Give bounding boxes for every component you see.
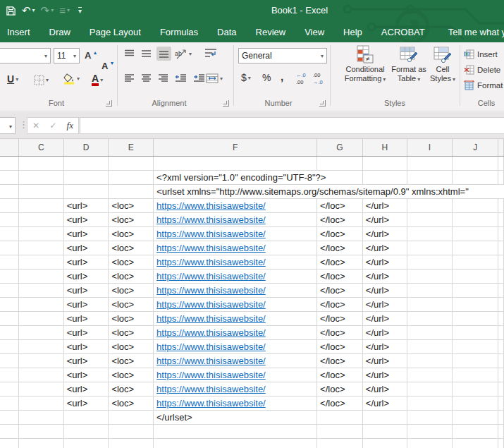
cell-C[interactable] bbox=[19, 255, 64, 270]
column-header-G[interactable]: G bbox=[317, 139, 363, 156]
cell-E[interactable]: <loc> bbox=[109, 270, 154, 284]
cell-E[interactable]: <loc> bbox=[109, 199, 154, 213]
url-hyperlink[interactable]: https://www.thisisawebsite/ bbox=[156, 200, 266, 211]
column-header-J[interactable]: J bbox=[453, 139, 498, 156]
customize-qat-icon[interactable]: ▾ bbox=[78, 7, 82, 14]
align-center-button[interactable] bbox=[141, 73, 152, 82]
cell-I[interactable] bbox=[407, 439, 453, 448]
cell-C[interactable] bbox=[19, 312, 64, 326]
redo-dropdown-icon[interactable]: ▾ bbox=[51, 3, 54, 18]
cell-J[interactable] bbox=[453, 382, 498, 396]
cell-E[interactable]: <loc> bbox=[109, 241, 154, 255]
cell-B[interactable] bbox=[0, 284, 19, 298]
cell-J[interactable] bbox=[453, 241, 498, 255]
cell-K[interactable] bbox=[498, 270, 504, 284]
cell-H[interactable]: </url> bbox=[363, 213, 407, 227]
cell-I[interactable] bbox=[407, 298, 453, 312]
alignment-dialog-launcher[interactable] bbox=[223, 100, 229, 107]
name-box-dropdown-icon[interactable]: ▾ bbox=[9, 123, 12, 130]
column-header-F[interactable]: F bbox=[154, 139, 317, 156]
cell-H[interactable] bbox=[363, 439, 407, 448]
cell-I[interactable] bbox=[407, 396, 453, 411]
cell-F-link[interactable]: https://www.thisisawebsite/ bbox=[154, 312, 317, 326]
cell-F[interactable] bbox=[154, 439, 317, 448]
undo-dropdown-icon[interactable]: ▾ bbox=[32, 3, 35, 18]
cell-H[interactable]: </url> bbox=[363, 382, 407, 396]
cell-F[interactable]: </urlset> bbox=[154, 411, 317, 425]
cell-F-link[interactable]: https://www.thisisawebsite/ bbox=[154, 227, 317, 241]
cell-styles-button[interactable]: Cell Styles▾ bbox=[426, 45, 460, 84]
column-header-C[interactable]: C bbox=[19, 139, 64, 156]
cell-D[interactable]: <url> bbox=[64, 284, 109, 298]
cell-J[interactable] bbox=[453, 340, 498, 354]
cell-F-link[interactable]: https://www.thisisawebsite/ bbox=[154, 382, 317, 396]
cell-C[interactable] bbox=[19, 199, 64, 213]
insert-cells-button[interactable]: Insert bbox=[464, 49, 498, 59]
decrease-indent-button[interactable] bbox=[175, 73, 187, 83]
cell-E[interactable]: <loc> bbox=[109, 368, 154, 382]
cancel-icon[interactable]: ✕ bbox=[32, 121, 39, 131]
cell-E[interactable]: <loc> bbox=[109, 284, 154, 298]
cell-E[interactable] bbox=[109, 157, 154, 171]
cell-D[interactable]: <url> bbox=[64, 368, 109, 382]
cell-C[interactable] bbox=[19, 213, 64, 227]
cell-D[interactable] bbox=[64, 439, 109, 448]
cell-J[interactable] bbox=[453, 298, 498, 312]
column-header-E[interactable]: E bbox=[109, 139, 154, 156]
cell-J[interactable] bbox=[453, 368, 498, 382]
cell-J[interactable] bbox=[453, 157, 498, 171]
cell-H[interactable]: </url> bbox=[363, 340, 407, 354]
cell-G[interactable]: </loc> bbox=[317, 213, 363, 227]
column-header-B[interactable] bbox=[0, 139, 19, 156]
cell-G[interactable] bbox=[317, 439, 363, 448]
cell-C[interactable] bbox=[19, 368, 64, 382]
url-hyperlink[interactable]: https://www.thisisawebsite/ bbox=[156, 341, 266, 352]
orientation-dropdown-icon[interactable]: ▾ bbox=[189, 51, 192, 57]
cell-G[interactable]: </loc> bbox=[317, 284, 363, 298]
cell-K[interactable] bbox=[498, 171, 504, 185]
cell-I[interactable] bbox=[407, 354, 453, 368]
url-hyperlink[interactable]: https://www.thisisawebsite/ bbox=[156, 285, 266, 296]
cell-E[interactable] bbox=[109, 411, 154, 425]
cell-F-link[interactable]: https://www.thisisawebsite/ bbox=[154, 199, 317, 213]
increase-indent-button[interactable] bbox=[193, 73, 205, 83]
cell-C[interactable] bbox=[19, 157, 64, 171]
cell-G[interactable]: </loc> bbox=[317, 368, 363, 382]
tab-acrobat[interactable]: ACROBAT bbox=[381, 27, 425, 37]
cell-B[interactable] bbox=[0, 213, 19, 227]
cell-K[interactable] bbox=[498, 157, 504, 171]
url-hyperlink[interactable]: https://www.thisisawebsite/ bbox=[156, 313, 266, 324]
cell-D[interactable]: <url> bbox=[64, 213, 109, 227]
cell-C[interactable] bbox=[19, 185, 64, 199]
borders-button[interactable]: ▾ bbox=[34, 75, 49, 85]
number-format-combobox[interactable]: General ▾ bbox=[238, 48, 327, 63]
font-name-dropdown-icon[interactable]: ▾ bbox=[44, 53, 47, 59]
cell-F-link[interactable]: https://www.thisisawebsite/ bbox=[154, 213, 317, 227]
cell-I[interactable] bbox=[407, 157, 453, 171]
cell-G[interactable]: </loc> bbox=[317, 312, 363, 326]
wrap-text-button[interactable] bbox=[204, 48, 217, 59]
cell-H[interactable]: </url> bbox=[363, 396, 407, 411]
cell-D[interactable] bbox=[64, 157, 109, 171]
top-align-button[interactable] bbox=[124, 49, 135, 58]
cell-E[interactable]: <loc> bbox=[109, 354, 154, 368]
cell-C[interactable] bbox=[19, 270, 64, 284]
url-hyperlink[interactable]: https://www.thisisawebsite/ bbox=[156, 384, 266, 394]
cell-B[interactable] bbox=[0, 157, 19, 171]
url-hyperlink[interactable]: https://www.thisisawebsite/ bbox=[156, 398, 266, 408]
cell-I[interactable] bbox=[407, 241, 453, 255]
tab-review[interactable]: Review bbox=[256, 27, 286, 37]
column-header-K[interactable] bbox=[498, 139, 504, 156]
cell-K[interactable] bbox=[498, 199, 504, 213]
cell-K[interactable] bbox=[498, 326, 504, 340]
cell-G[interactable]: </loc> bbox=[317, 255, 363, 270]
cell-C[interactable] bbox=[19, 354, 64, 368]
cell-G[interactable]: </loc> bbox=[317, 241, 363, 255]
cell-D[interactable]: <url> bbox=[64, 354, 109, 368]
cell-I[interactable] bbox=[407, 255, 453, 270]
cell-C[interactable] bbox=[19, 382, 64, 396]
touch-mouse-mode-button[interactable]: ≡▾ bbox=[58, 3, 71, 18]
cell-F-link[interactable]: https://www.thisisawebsite/ bbox=[154, 354, 317, 368]
cell-B[interactable] bbox=[0, 340, 19, 354]
cell-D[interactable]: <url> bbox=[64, 312, 109, 326]
